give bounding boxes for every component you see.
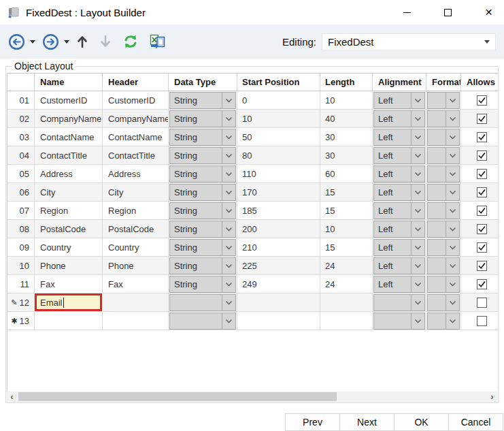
allows-checkbox[interactable] (477, 279, 487, 289)
length-cell[interactable]: 15 (320, 202, 373, 219)
header-cell[interactable]: Phone (103, 257, 169, 274)
name-cell[interactable]: Phone (35, 257, 103, 274)
length-cell[interactable]: 24 (320, 275, 373, 293)
allows-checkbox[interactable] (477, 95, 487, 106)
start-position-cell[interactable]: 210 (237, 238, 320, 256)
name-cell[interactable]: ContactTitle (35, 146, 103, 164)
data-type-select[interactable]: String (169, 110, 236, 127)
move-down-button[interactable] (99, 35, 112, 48)
length-cell[interactable]: 15 (320, 238, 373, 256)
header-cell[interactable] (103, 312, 169, 330)
length-cell[interactable]: 24 (320, 257, 373, 274)
start-position-cell[interactable]: 80 (237, 146, 320, 164)
ok-button[interactable]: OK (394, 413, 449, 431)
length-cell[interactable] (320, 293, 373, 311)
alignment-select[interactable]: Left (373, 110, 425, 127)
allows-checkbox[interactable] (477, 206, 487, 216)
header-cell[interactable]: ContactTitle (103, 146, 169, 164)
editing-cell-highlight[interactable]: Email (35, 293, 102, 311)
forward-dropdown-caret-icon[interactable] (64, 40, 69, 44)
start-position-cell[interactable]: 10 (237, 110, 320, 127)
alignment-select[interactable]: Left (373, 129, 425, 146)
alignment-select[interactable]: Left (373, 147, 425, 164)
row-header-cell[interactable]: 01 (7, 91, 35, 109)
row-header-cell[interactable]: ✱13 (7, 312, 35, 330)
back-button[interactable] (8, 33, 25, 50)
cancel-button[interactable]: Cancel (448, 413, 503, 431)
allows-checkbox[interactable] (477, 169, 487, 179)
move-up-button[interactable] (76, 35, 88, 48)
close-button[interactable]: ✕ (473, 0, 504, 25)
data-type-select[interactable]: String (169, 202, 236, 219)
row-header-cell[interactable]: 06 (7, 183, 35, 201)
data-type-select[interactable]: String (169, 239, 236, 256)
name-cell[interactable]: Email (35, 293, 103, 311)
start-position-cell[interactable] (237, 312, 320, 330)
allows-checkbox[interactable] (477, 261, 487, 271)
row-header-cell[interactable]: 04 (7, 146, 35, 164)
allows-checkbox[interactable] (477, 132, 487, 142)
data-type-select[interactable]: String (169, 165, 236, 182)
name-cell[interactable]: Country (35, 238, 103, 256)
allows-checkbox[interactable] (477, 316, 487, 326)
row-header-cell[interactable]: 03 (7, 128, 35, 146)
name-cell[interactable]: CompanyName (35, 110, 103, 127)
row-header-cell[interactable]: 07 (7, 202, 35, 219)
row-header-cell[interactable]: ✎12 (7, 293, 35, 311)
header-cell[interactable]: ContactName (103, 128, 169, 146)
length-cell[interactable]: 15 (320, 183, 373, 201)
scrollbar-thumb[interactable] (18, 392, 337, 401)
data-type-select[interactable] (169, 313, 236, 330)
minimize-button[interactable] (392, 0, 422, 25)
start-position-cell[interactable]: 0 (237, 91, 320, 109)
start-position-cell[interactable]: 110 (237, 165, 320, 182)
alignment-select[interactable]: Left (373, 276, 425, 293)
length-cell[interactable] (320, 312, 373, 330)
name-cell[interactable] (35, 312, 103, 330)
allows-checkbox[interactable] (477, 298, 487, 308)
length-cell[interactable]: 10 (320, 220, 373, 238)
data-type-select[interactable]: String (169, 184, 236, 201)
data-type-select[interactable] (169, 294, 236, 311)
header-cell[interactable]: PostalCode (103, 220, 169, 238)
name-cell[interactable]: ContactName (35, 128, 103, 146)
scroll-left-icon[interactable]: ‹ (7, 392, 17, 402)
header-cell[interactable]: Country (103, 238, 169, 256)
format-select[interactable] (427, 202, 460, 219)
row-header-cell[interactable]: 09 (7, 238, 35, 256)
alignment-select[interactable]: Left (373, 239, 425, 256)
data-type-select[interactable]: String (169, 92, 236, 109)
allows-checkbox[interactable] (477, 114, 487, 124)
alignment-select[interactable]: Left (373, 257, 425, 274)
length-cell[interactable]: 30 (320, 146, 373, 164)
prev-button[interactable]: Prev (285, 413, 340, 431)
format-select[interactable] (427, 221, 460, 238)
length-cell[interactable]: 10 (320, 91, 373, 109)
name-cell[interactable]: Address (35, 165, 103, 182)
header-cell[interactable] (103, 293, 169, 311)
name-cell[interactable]: City (35, 183, 103, 201)
length-cell[interactable]: 30 (320, 128, 373, 146)
format-select[interactable] (427, 147, 460, 164)
format-select[interactable] (427, 294, 460, 311)
alignment-select[interactable]: Left (373, 221, 425, 238)
header-cell[interactable]: CustomerID (103, 91, 169, 109)
allows-checkbox[interactable] (477, 187, 487, 197)
editing-target-select[interactable]: FixedDest (322, 33, 496, 50)
length-cell[interactable]: 40 (320, 110, 373, 127)
format-select[interactable] (427, 129, 460, 146)
format-select[interactable] (427, 313, 460, 330)
scrollbar-track[interactable] (17, 392, 487, 402)
row-header-cell[interactable]: 11 (7, 275, 35, 293)
format-select[interactable] (427, 239, 460, 256)
header-cell[interactable]: CompanyName (103, 110, 169, 127)
format-select[interactable] (427, 92, 460, 109)
start-position-cell[interactable]: 170 (237, 183, 320, 201)
start-position-cell[interactable]: 200 (237, 220, 320, 238)
row-header-cell[interactable]: 10 (7, 257, 35, 274)
forward-button[interactable] (42, 33, 59, 50)
format-select[interactable] (427, 165, 460, 182)
format-select[interactable] (427, 276, 460, 293)
row-header-cell[interactable]: 08 (7, 220, 35, 238)
refresh-button[interactable] (122, 33, 139, 50)
